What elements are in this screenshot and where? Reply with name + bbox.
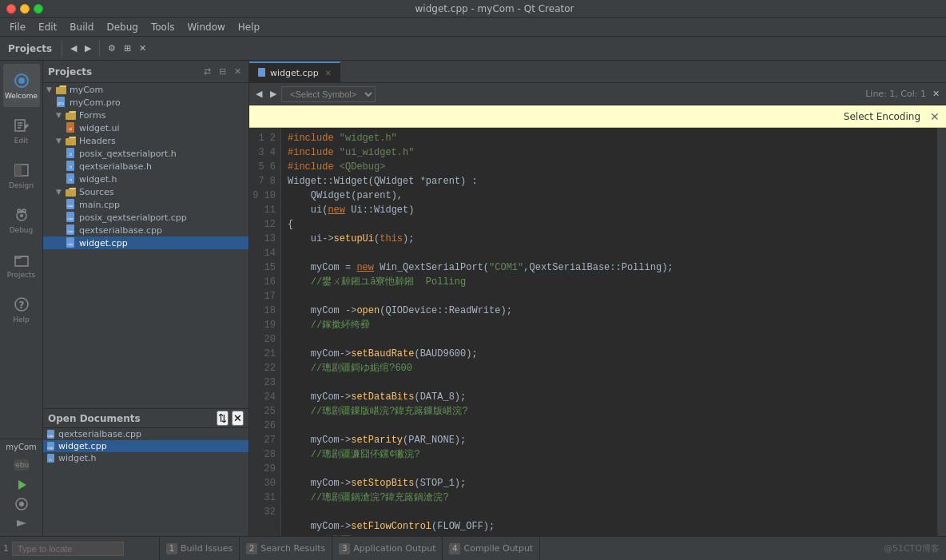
bottom-tab-compile-output[interactable]: 4 Compile Output	[443, 537, 540, 560]
encoding-bar: Select Encoding ✕	[249, 105, 946, 128]
editor-close-button[interactable]: ✕	[929, 87, 943, 101]
tree-item-posix-h[interactable]: .h posix_qextserialport.h	[43, 147, 248, 160]
sidebar-item-welcome[interactable]: Welcome	[3, 64, 40, 107]
file-h-qext-icon: .h	[66, 161, 77, 172]
menu-window[interactable]: Window	[181, 20, 232, 34]
mycom-arrow-btn[interactable]	[0, 514, 42, 533]
menu-file[interactable]: File	[3, 20, 32, 34]
projects-close-button[interactable]: ✕	[232, 66, 244, 77]
tree-label-qext-cpp: qextserialbase.cpp	[79, 225, 162, 236]
tree-label-sources: Sources	[79, 187, 114, 197]
tree-item-main-cpp[interactable]: cpp main.cpp	[43, 198, 248, 211]
toolbar-layout-button[interactable]: ⊞	[121, 42, 134, 55]
tree-item-qext-cpp[interactable]: cpp qextserialbase.cpp	[43, 224, 248, 236]
bottom-tab-app-output[interactable]: 3 Application Output	[332, 537, 443, 560]
mycom-label: myCom	[0, 439, 42, 455]
tree-item-qext-h[interactable]: .h qextserialbase.h	[43, 160, 248, 173]
folder-forms-icon	[66, 109, 77, 121]
projects-sync-button[interactable]: ⇄	[201, 66, 213, 77]
sidebar-item-design[interactable]: Design	[3, 153, 40, 197]
file-cpp-posix-icon: cpp	[66, 212, 77, 223]
tab-nav-forward[interactable]: ▶	[267, 87, 280, 101]
code-editor: 1 2 3 4 5 6 7 8 9 10 11 12 13 14 15 16 1…	[249, 128, 946, 536]
window-title: widget.cpp - myCom - Qt Creator	[50, 3, 940, 14]
icon-sidebar: Welcome Edit Design Debug Projects	[0, 61, 43, 536]
app-output-label: Application Output	[353, 543, 435, 554]
open-doc-qextserialbase[interactable]: cpp qextserialbase.cpp	[43, 428, 248, 440]
svg-text:pro: pro	[58, 101, 64, 106]
search-results-label: Search Results	[260, 543, 325, 554]
tree-item-widget-cpp[interactable]: cpp widget.cpp	[43, 236, 248, 249]
open-doc-widget-h[interactable]: .h widget.h	[43, 452, 248, 464]
locate-input[interactable]	[12, 542, 124, 556]
toolbar-back-button[interactable]: ◀	[67, 42, 80, 55]
tree-item-widget-ui[interactable]: ui widget.ui	[43, 121, 248, 134]
encoding-label: Select Encoding	[252, 111, 927, 122]
bottom-tab-build-issues[interactable]: 1 Build Issues	[160, 537, 240, 560]
bottom-tab-search-results[interactable]: 2 Search Results	[240, 537, 332, 560]
open-docs-close-button[interactable]: ✕	[232, 411, 244, 426]
menu-build[interactable]: Build	[63, 20, 100, 34]
open-documents-title: Open Documents	[48, 413, 213, 424]
symbol-selector[interactable]: <Select Symbol>	[281, 86, 376, 102]
sidebar-item-projects[interactable]: Projects	[3, 243, 40, 286]
tab-nav-back[interactable]: ◀	[252, 87, 265, 101]
debug-icon	[12, 205, 31, 224]
watermark: @51CTO博客	[877, 537, 946, 560]
toolbar-forward-button[interactable]: ▶	[81, 42, 94, 55]
menu-debug[interactable]: Debug	[100, 20, 144, 34]
editor-tab-widget-cpp[interactable]: widget.cpp ✕	[249, 62, 340, 82]
menu-tools[interactable]: Tools	[145, 20, 181, 34]
minimize-window-button[interactable]	[20, 4, 30, 14]
open-docs-sort-button[interactable]: ⇅	[217, 411, 229, 426]
tree-label-mycom-pro: myCom.pro	[70, 97, 121, 108]
sidebar-label-projects: Projects	[7, 271, 35, 279]
tree-item-mycom[interactable]: ▼ myCom	[43, 83, 248, 96]
toolbar-separator-2	[99, 41, 100, 57]
menu-edit[interactable]: Edit	[32, 20, 63, 34]
toolbar-settings-button[interactable]: ⚙	[105, 42, 119, 55]
tree-item-widget-h[interactable]: .h widget.h	[43, 173, 248, 185]
tree-item-posix-cpp[interactable]: cpp posix_qextserialport.cpp	[43, 211, 248, 224]
tab-file-icon	[257, 68, 267, 77]
editor-tabs: widget.cpp ✕	[249, 61, 946, 83]
open-documents-list: cpp qextserialbase.cpp cpp widget.cpp .h…	[43, 428, 248, 536]
svg-point-1	[18, 77, 25, 84]
tree-item-mycom-pro[interactable]: pro myCom.pro	[43, 96, 248, 109]
tree-item-sources[interactable]: ▼ Sources	[43, 185, 248, 198]
edit-icon	[12, 116, 31, 135]
svg-marker-21	[17, 520, 26, 526]
close-window-button[interactable]	[6, 4, 16, 14]
editor-scrollbar[interactable]	[936, 128, 946, 536]
tree-arrow-mycom: ▼	[46, 85, 52, 93]
code-content[interactable]: #include "widget.h" #include "ui_widget.…	[281, 128, 936, 536]
tree-item-headers[interactable]: ▼ Headers	[43, 134, 248, 147]
open-doc-label-widget-h: widget.h	[58, 453, 97, 463]
sidebar-item-help[interactable]: ? Help	[3, 288, 40, 331]
sidebar-item-debug[interactable]: Debug	[3, 198, 40, 241]
folder-open-icon	[56, 84, 67, 95]
projects-filter-button[interactable]: ⊟	[217, 66, 229, 77]
tree-label-forms: Forms	[79, 110, 105, 121]
folder-sources-icon	[66, 186, 77, 197]
maximize-window-button[interactable]	[34, 4, 43, 14]
file-pro-icon: pro	[56, 97, 67, 108]
tree-label-posix-h: posix_qextserialport.h	[79, 149, 177, 159]
svg-text:cpp: cpp	[67, 216, 74, 220]
file-h-widget-open-icon: .h	[46, 454, 56, 463]
file-cpp-main-icon: cpp	[66, 199, 77, 210]
mycom-debug-btn[interactable]: Debug	[0, 455, 42, 475]
mycom-target-btn[interactable]	[0, 494, 42, 514]
menu-help[interactable]: Help	[232, 20, 266, 34]
svg-text:ui: ui	[69, 126, 73, 131]
open-doc-widget-cpp[interactable]: cpp widget.cpp	[43, 440, 248, 452]
tab-close-button[interactable]: ✕	[325, 69, 332, 77]
mycom-play-btn[interactable]	[0, 475, 42, 494]
tree-label-widget-h: widget.h	[79, 174, 117, 185]
toolbar-close-button[interactable]: ✕	[136, 42, 149, 55]
line-numbers: 1 2 3 4 5 6 7 8 9 10 11 12 13 14 15 16 1…	[249, 128, 281, 536]
encoding-close-button[interactable]: ✕	[927, 110, 943, 123]
svg-text:.h: .h	[69, 165, 73, 169]
sidebar-item-edit[interactable]: Edit	[3, 109, 40, 152]
tree-item-forms[interactable]: ▼ Forms	[43, 109, 248, 121]
